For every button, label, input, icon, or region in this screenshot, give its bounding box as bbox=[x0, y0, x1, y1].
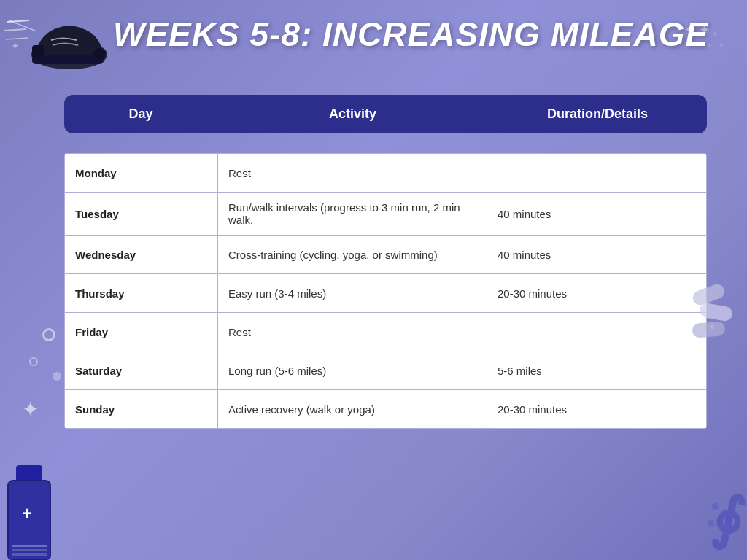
table-row: SundayActive recovery (walk or yoga)20-3… bbox=[64, 389, 707, 429]
cell-duration-monday bbox=[487, 154, 706, 192]
cell-duration-saturday: 5-6 miles bbox=[487, 351, 706, 389]
page-title: WEEKS 5-8: INCREASING MILEAGE bbox=[113, 15, 708, 54]
col-header-activity: Activity bbox=[217, 106, 488, 122]
cell-activity-friday: Rest bbox=[218, 313, 487, 351]
bottle-lines bbox=[12, 545, 47, 547]
cell-activity-wednesday: Cross-training (cycling, yoga, or swimmi… bbox=[218, 236, 487, 273]
table-row: SaturdayLong run (5-6 miles)5-6 miles bbox=[64, 351, 707, 389]
deco-circle-large bbox=[42, 328, 55, 341]
table-row: ThursdayEasy run (3-4 miles)20-30 minute… bbox=[64, 273, 707, 312]
deco-circle-small-outline bbox=[29, 357, 38, 366]
cell-day-wednesday: Wednesday bbox=[65, 236, 218, 273]
cell-duration-tuesday: 40 minutes bbox=[487, 192, 706, 235]
cell-activity-sunday: Active recovery (walk or yoga) bbox=[218, 390, 487, 428]
deco-circle-small-filled bbox=[53, 372, 61, 381]
cell-duration-thursday: 20-30 minutes bbox=[487, 274, 706, 312]
cell-duration-wednesday: 40 minutes bbox=[487, 236, 706, 273]
cell-day-saturday: Saturday bbox=[65, 351, 218, 389]
cell-day-monday: Monday bbox=[65, 154, 218, 192]
bottle-cross-icon: + bbox=[22, 503, 32, 524]
header: WEEKS 5-8: INCREASING MILEAGE bbox=[0, 7, 747, 61]
deco-medicine-bottle: + bbox=[0, 465, 62, 560]
deco-star-left: ✦ bbox=[22, 397, 39, 421]
schedule-table: MondayRestTuesdayRun/walk intervals (pro… bbox=[64, 153, 707, 545]
cell-duration-friday bbox=[487, 313, 706, 351]
cell-activity-thursday: Easy run (3-4 miles) bbox=[218, 274, 487, 312]
table-row: TuesdayRun/walk intervals (progress to 3… bbox=[64, 192, 707, 235]
table-header: Day Activity Duration/Details bbox=[64, 95, 707, 133]
cell-day-sunday: Sunday bbox=[65, 390, 218, 428]
cell-day-tuesday: Tuesday bbox=[65, 192, 218, 235]
col-header-duration: Duration/Details bbox=[488, 106, 707, 122]
cell-activity-saturday: Long run (5-6 miles) bbox=[218, 351, 487, 389]
col-header-day: Day bbox=[64, 106, 217, 122]
deco-pills bbox=[692, 284, 732, 340]
cell-day-thursday: Thursday bbox=[65, 274, 218, 312]
cell-activity-tuesday: Run/walk intervals (progress to 3 min ru… bbox=[218, 192, 487, 235]
table-row: MondayRest bbox=[64, 153, 707, 192]
table-row: FridayRest bbox=[64, 312, 707, 351]
cell-duration-sunday: 20-30 minutes bbox=[487, 390, 706, 428]
pill-3 bbox=[692, 321, 726, 338]
deco-swirl-top: ∴ bbox=[705, 22, 725, 58]
pill-2 bbox=[699, 302, 734, 322]
cell-day-friday: Friday bbox=[65, 313, 218, 351]
cell-activity-monday: Rest bbox=[218, 154, 487, 192]
bottle-cap bbox=[16, 465, 42, 481]
table-row: WednesdayCross-training (cycling, yoga, … bbox=[64, 235, 707, 273]
